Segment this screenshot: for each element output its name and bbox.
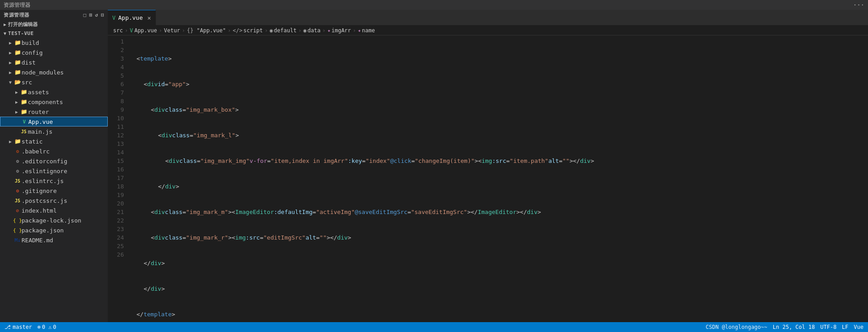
package-json-label: package.json xyxy=(22,227,108,234)
status-branch[interactable]: ⎇ master xyxy=(4,324,32,330)
status-language[interactable]: Vue xyxy=(854,324,864,330)
tree-item-eslintrc[interactable]: JS .eslintrc.js xyxy=(0,176,108,186)
status-errors[interactable]: ⊗ 0 ⚠ 0 xyxy=(37,324,56,330)
open-editors-section[interactable]: ▶ 打开的编辑器 xyxy=(0,20,108,29)
new-file-icon[interactable]: □ xyxy=(84,12,87,18)
js-icon-postcssrc: JS xyxy=(13,198,22,203)
status-bar: ⎇ master ⊗ 0 ⚠ 0 CSDN @longlongago~~ Ln … xyxy=(0,322,868,332)
explorer-tree: ▶ 📁 build ▶ 📁 config ▶ 📁 dist ▶ xyxy=(0,38,108,322)
code-line-6: </div> xyxy=(137,182,868,191)
breadcrumb-sep-5: › xyxy=(264,27,268,34)
tree-item-dist[interactable]: ▶ 📁 dist xyxy=(0,57,108,67)
breadcrumb-sep-3: › xyxy=(182,27,185,34)
arrow-dist: ▶ xyxy=(7,60,13,65)
code-content[interactable]: <template> <div id="app"> <div class="im… xyxy=(129,35,868,322)
tree-item-babelrc[interactable]: ⚙ .babelrc xyxy=(0,146,108,156)
readme-label: README.md xyxy=(22,237,108,244)
breadcrumb-data[interactable]: ◉data xyxy=(304,27,321,34)
tree-item-package-lock[interactable]: { } package-lock.json xyxy=(0,215,108,225)
collapse-icon[interactable]: ⊟ xyxy=(101,12,104,18)
open-editors-arrow: ▶ xyxy=(4,22,6,27)
tree-item-gitignore[interactable]: ⚙ .gitignore xyxy=(0,186,108,196)
breadcrumb-name[interactable]: ✦name xyxy=(358,27,375,34)
tree-item-build[interactable]: ▶ 📁 build xyxy=(0,38,108,48)
folder-icon-config: 📁 xyxy=(13,49,22,56)
json-icon-package: { } xyxy=(13,227,22,233)
breadcrumb-sep-8: › xyxy=(353,27,356,34)
folder-icon-src: 📂 xyxy=(13,79,22,85)
node-modules-label: node_modules xyxy=(22,69,108,76)
breadcrumb-vue-icon: V xyxy=(130,27,133,34)
project-section[interactable]: ▼ TEST-VUE xyxy=(0,29,108,38)
explorer-label: 资源管理器 xyxy=(4,12,30,18)
project-label: TEST-VUE xyxy=(8,31,34,36)
explorer-header-icons: □ ⊞ ↺ ⊟ xyxy=(84,12,105,18)
tree-item-package-json[interactable]: { } package.json xyxy=(0,225,108,235)
breadcrumb-script-icon: </> xyxy=(233,27,242,34)
tab-vue-icon: V xyxy=(112,15,115,21)
tree-item-src[interactable]: ▼ 📂 src xyxy=(0,77,108,87)
breadcrumb-obj[interactable]: {} "App.vue" xyxy=(187,27,226,34)
index-html-label: index.html xyxy=(22,207,108,214)
tree-item-app-vue[interactable]: V App.vue xyxy=(0,117,108,127)
status-encoding[interactable]: UTF-8 xyxy=(820,324,837,330)
router-label: router xyxy=(28,109,108,115)
breadcrumb-default[interactable]: ◉default xyxy=(270,27,297,34)
editor-area: V App.vue × src › VApp.vue › Vetur › {} … xyxy=(108,10,868,322)
html-icon-index: ⊘ xyxy=(13,208,22,214)
tab-bar: V App.vue × xyxy=(108,10,868,26)
postcssrc-label: .postcssrc.js xyxy=(22,197,108,204)
tab-app-vue[interactable]: V App.vue × xyxy=(108,10,156,25)
vue-icon-app: V xyxy=(20,119,28,125)
title-bar-menu[interactable]: ··· xyxy=(853,1,864,9)
json-icon-package-lock: { } xyxy=(13,218,22,223)
explorer-header: 资源管理器 □ ⊞ ↺ ⊟ xyxy=(0,10,108,20)
tree-item-postcssrc[interactable]: JS .postcssrc.js xyxy=(0,196,108,205)
code-editor[interactable]: 12345 678910 1112131415 1617181920 21222… xyxy=(108,35,868,322)
breadcrumb-script[interactable]: </>script xyxy=(233,27,263,34)
breadcrumb-sep-7: › xyxy=(322,27,326,34)
gitignore-label: .gitignore xyxy=(22,188,108,194)
breadcrumb-sep-1: › xyxy=(125,27,128,34)
arrow-router: ▶ xyxy=(13,109,20,114)
breadcrumb-sep-6: › xyxy=(298,27,301,34)
tree-item-main-js[interactable]: JS main.js xyxy=(0,127,108,136)
tree-item-static[interactable]: ▶ 📁 static xyxy=(0,136,108,146)
new-folder-icon[interactable]: ⊞ xyxy=(89,12,93,18)
breadcrumb-vetur[interactable]: Vetur xyxy=(164,27,180,34)
assets-label: assets xyxy=(28,89,108,96)
breadcrumb-default-icon: ◉ xyxy=(270,27,273,34)
folder-icon-assets: 📁 xyxy=(20,89,28,95)
tree-item-assets[interactable]: ▶ 📁 assets xyxy=(0,87,108,97)
git-icon: ⎇ xyxy=(4,324,11,330)
code-line-2: <div id="app"> xyxy=(137,80,868,88)
title-bar: 资源管理器 ··· xyxy=(0,0,868,10)
breadcrumb-imgarr[interactable]: ✦imgArr xyxy=(327,27,351,34)
folder-icon-build: 📁 xyxy=(13,39,22,46)
tree-item-router[interactable]: ▶ 📁 router xyxy=(0,107,108,117)
tree-item-node-modules[interactable]: ▶ 📁 node_modules xyxy=(0,67,108,77)
tree-item-config[interactable]: ▶ 📁 config xyxy=(0,48,108,57)
breadcrumb: src › VApp.vue › Vetur › {} "App.vue" › … xyxy=(108,26,868,35)
folder-icon-static: 📁 xyxy=(13,138,22,144)
tree-item-readme[interactable]: M↓ README.md xyxy=(0,235,108,245)
tree-item-editorconfig[interactable]: ⚙ .editorconfig xyxy=(0,156,108,166)
folder-icon-components: 📁 xyxy=(20,99,28,105)
status-line-ending[interactable]: LF xyxy=(842,324,848,330)
eslintrc-label: .eslintrc.js xyxy=(22,178,108,184)
src-label: src xyxy=(22,79,108,86)
breadcrumb-name-icon: ✦ xyxy=(358,27,361,34)
breadcrumb-src[interactable]: src xyxy=(113,27,123,34)
js-icon-eslintrc: JS xyxy=(13,179,22,183)
title-bar-text: 资源管理器 xyxy=(4,1,31,9)
tree-item-components[interactable]: ▶ 📁 components xyxy=(0,97,108,107)
breadcrumb-sep-2: › xyxy=(159,27,162,34)
refresh-icon[interactable]: ↺ xyxy=(95,12,98,18)
md-icon-readme: M↓ xyxy=(13,237,22,243)
tree-item-eslintignore[interactable]: ⚙ .eslintignore xyxy=(0,166,108,176)
open-editors-label: 打开的编辑器 xyxy=(8,21,38,28)
tab-label: App.vue xyxy=(118,14,143,21)
breadcrumb-appvue[interactable]: VApp.vue xyxy=(130,27,157,34)
tree-item-index-html[interactable]: ⊘ index.html xyxy=(0,205,108,215)
tab-close-icon[interactable]: × xyxy=(147,14,151,22)
